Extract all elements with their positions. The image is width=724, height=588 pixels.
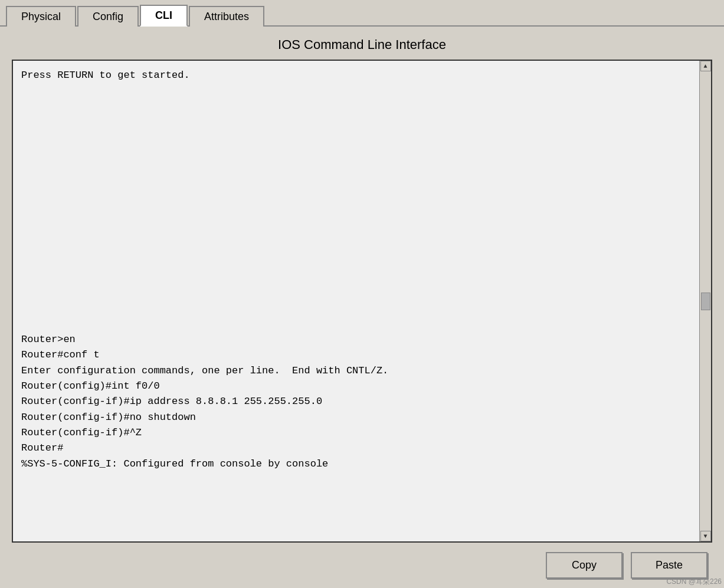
scrollbar[interactable]: ▲ ▼: [699, 61, 711, 541]
tab-config[interactable]: Config: [77, 6, 139, 27]
tab-bar: Physical Config CLI Attributes: [0, 0, 724, 27]
terminal-line: Router#: [21, 441, 691, 456]
terminal-line: [21, 208, 691, 223]
terminal-line: [21, 301, 691, 316]
tab-cli[interactable]: CLI: [140, 5, 188, 27]
scroll-down-arrow[interactable]: ▼: [700, 531, 711, 541]
watermark: CSDN @耳朵226: [666, 577, 722, 587]
terminal-line: Router(config)#int f0/0: [21, 379, 691, 394]
terminal-line: [21, 270, 691, 285]
page-title: IOS Command Line Interface: [0, 37, 724, 52]
terminal-line: Router(config-if)#ip address 8.8.8.1 255…: [21, 394, 691, 409]
terminal-line: [21, 161, 691, 176]
paste-button[interactable]: Paste: [631, 552, 707, 579]
terminal-line: [21, 239, 691, 254]
terminal-line: Enter configuration commands, one per li…: [21, 363, 691, 379]
tab-attributes[interactable]: Attributes: [189, 6, 264, 27]
terminal-line: Press RETURN to get started.: [21, 68, 691, 83]
terminal-line: Router(config-if)#no shutdown: [21, 410, 691, 425]
terminal-line: [21, 130, 691, 145]
terminal-line: [21, 285, 691, 301]
content-area: IOS Command Line Interface Press RETURN …: [0, 27, 724, 588]
terminal-panel: Press RETURN to get started. Router>enRo…: [12, 60, 712, 543]
terminal-line: [21, 146, 691, 161]
terminal-line: [21, 99, 691, 114]
terminal-output[interactable]: Press RETURN to get started. Router>enRo…: [13, 61, 699, 541]
bottom-bar: Copy Paste: [0, 543, 724, 588]
terminal-line: [21, 114, 691, 130]
terminal-line: Router#conf t: [21, 347, 691, 363]
terminal-line: [21, 223, 691, 238]
main-container: Physical Config CLI Attributes IOS Comma…: [0, 0, 724, 588]
terminal-line: Router>en: [21, 332, 691, 347]
terminal-line: Router(config-if)#^Z: [21, 425, 691, 441]
terminal-line: [21, 83, 691, 98]
terminal-line: [21, 176, 691, 192]
terminal-line: [21, 317, 691, 332]
terminal-line: [21, 192, 691, 208]
terminal-line: [21, 254, 691, 270]
tab-physical[interactable]: Physical: [6, 6, 76, 27]
scrollbar-thumb[interactable]: [701, 293, 710, 310]
scroll-up-arrow[interactable]: ▲: [700, 61, 711, 71]
copy-button[interactable]: Copy: [546, 552, 623, 579]
terminal-line: %SYS-5-CONFIG_I: Configured from console…: [21, 456, 691, 472]
